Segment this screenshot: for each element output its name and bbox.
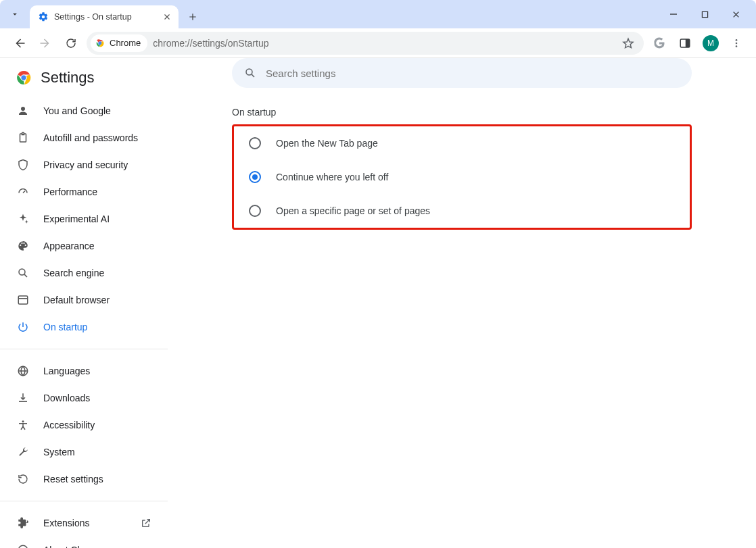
svg-rect-11 (18, 296, 28, 304)
chrome-logo-icon (16, 70, 31, 85)
sidebar-item-you-and-google[interactable]: You and Google (0, 97, 168, 124)
option-open-new-tab-page[interactable]: Open the New Tab page (234, 126, 690, 160)
back-button[interactable] (9, 33, 30, 53)
sidebar-item-label: System (43, 447, 151, 457)
minimize-icon (669, 10, 678, 18)
radio-unselected-icon (249, 205, 261, 217)
option-label: Open the New Tab page (276, 138, 378, 149)
download-icon (16, 392, 30, 404)
plus-icon (188, 12, 197, 22)
globe-icon (16, 365, 30, 377)
google-account-button[interactable] (649, 33, 669, 53)
sidebar-item-label: Performance (43, 186, 151, 197)
browser-tab-active[interactable]: Settings - On startup (30, 5, 179, 28)
forward-button[interactable] (35, 33, 55, 53)
browser-toolbar: Chrome chrome://settings/onStartup M (0, 28, 756, 58)
extension-icon (16, 517, 30, 529)
sidebar-item-autofill[interactable]: Autofill and passwords (0, 124, 168, 151)
search-settings-field[interactable] (232, 58, 692, 88)
shield-icon (16, 159, 30, 171)
sidebar-item-label: Extensions (43, 518, 127, 528)
close-icon (163, 13, 171, 21)
radio-unselected-icon (249, 137, 261, 149)
side-panel-button[interactable] (675, 33, 695, 53)
sidebar-item-label: Downloads (43, 393, 151, 403)
svg-point-14 (18, 545, 28, 548)
sidebar-item-search-engine[interactable]: Search engine (0, 259, 168, 287)
sidebar-item-accessibility[interactable]: Accessibility (0, 412, 168, 439)
sidebar-item-label: Reset settings (43, 474, 151, 484)
settings-header: Settings (0, 58, 168, 97)
profile-button[interactable]: M (701, 33, 721, 53)
address-bar[interactable]: Chrome chrome://settings/onStartup (87, 32, 644, 55)
close-icon (732, 10, 740, 19)
speedometer-icon (16, 186, 30, 198)
sidebar-item-reset[interactable]: Reset settings (0, 466, 168, 493)
search-icon (244, 67, 256, 79)
sidebar-item-about-chrome[interactable]: About Chrome (0, 537, 168, 548)
chrome-menu-button[interactable] (726, 33, 747, 53)
window-controls (661, 0, 756, 28)
site-chip-label: Chrome (110, 38, 141, 48)
reload-icon (65, 37, 77, 49)
sidebar-item-performance[interactable]: Performance (0, 178, 168, 205)
option-label: Open a specific page or set of pages (276, 205, 430, 216)
side-panel-icon (679, 37, 691, 49)
sidebar-item-label: Default browser (43, 295, 151, 305)
sidebar-item-privacy[interactable]: Privacy and security (0, 151, 168, 178)
sidebar-separator (0, 349, 168, 349)
settings-sidebar: Settings You and Google Autofill and pas… (0, 58, 168, 548)
window-close-button[interactable] (724, 3, 748, 25)
arrow-left-icon (14, 37, 26, 49)
svg-point-13 (22, 420, 24, 422)
sidebar-item-appearance[interactable]: Appearance (0, 232, 168, 259)
maximize-icon (701, 11, 709, 18)
settings-body: Settings You and Google Autofill and pas… (0, 58, 756, 548)
sidebar-item-label: You and Google (43, 105, 151, 116)
sidebar-item-extensions[interactable]: Extensions (0, 509, 168, 537)
power-icon (16, 321, 30, 333)
sidebar-item-experimental-ai[interactable]: Experimental AI (0, 205, 168, 232)
sidebar-item-label: About Chrome (43, 545, 151, 548)
svg-point-10 (19, 269, 25, 275)
sidebar-item-downloads[interactable]: Downloads (0, 384, 168, 412)
sidebar-item-languages[interactable]: Languages (0, 357, 168, 384)
gear-icon (38, 11, 49, 22)
tab-close-button[interactable] (161, 11, 173, 23)
reload-button[interactable] (61, 33, 81, 53)
sidebar-item-on-startup[interactable]: On startup (0, 314, 168, 341)
sidebar-item-label: Autofill and passwords (43, 132, 151, 143)
search-icon (16, 267, 30, 279)
svg-point-4 (736, 39, 738, 41)
sidebar-item-system[interactable]: System (0, 439, 168, 466)
google-g-icon (653, 37, 665, 49)
chrome-icon (95, 38, 105, 49)
sidebar-item-label: Search engine (43, 268, 151, 278)
sidebar-item-default-browser[interactable]: Default browser (0, 287, 168, 314)
settings-app-title: Settings (41, 69, 95, 86)
window-titlebar: Settings - On startup (0, 0, 756, 28)
svg-rect-0 (702, 11, 707, 17)
section-title-on-startup: On startup (232, 107, 692, 118)
reset-icon (16, 473, 30, 485)
palette-icon (16, 240, 30, 252)
chrome-mini-icon (16, 544, 30, 548)
sidebar-item-label: Accessibility (43, 420, 151, 430)
sidebar-item-label: Appearance (43, 241, 151, 251)
svg-point-5 (736, 42, 738, 44)
site-chip[interactable]: Chrome (91, 34, 147, 52)
address-bar-url: chrome://settings/onStartup (153, 38, 617, 49)
option-continue-where-left-off[interactable]: Continue where you left off (234, 160, 690, 194)
option-open-specific-pages[interactable]: Open a specific page or set of pages (234, 194, 690, 228)
avatar: M (703, 35, 719, 51)
svg-point-16 (246, 69, 252, 75)
star-icon[interactable] (622, 37, 634, 49)
window-minimize-button[interactable] (661, 3, 686, 25)
window-maximize-button[interactable] (692, 3, 717, 25)
kebab-icon (731, 38, 742, 49)
search-settings-input[interactable] (264, 67, 680, 80)
new-tab-button[interactable] (183, 7, 203, 27)
tab-title: Settings - On startup (54, 12, 156, 22)
tabs-dropdown-button[interactable] (0, 0, 30, 28)
accessibility-icon (16, 419, 30, 431)
